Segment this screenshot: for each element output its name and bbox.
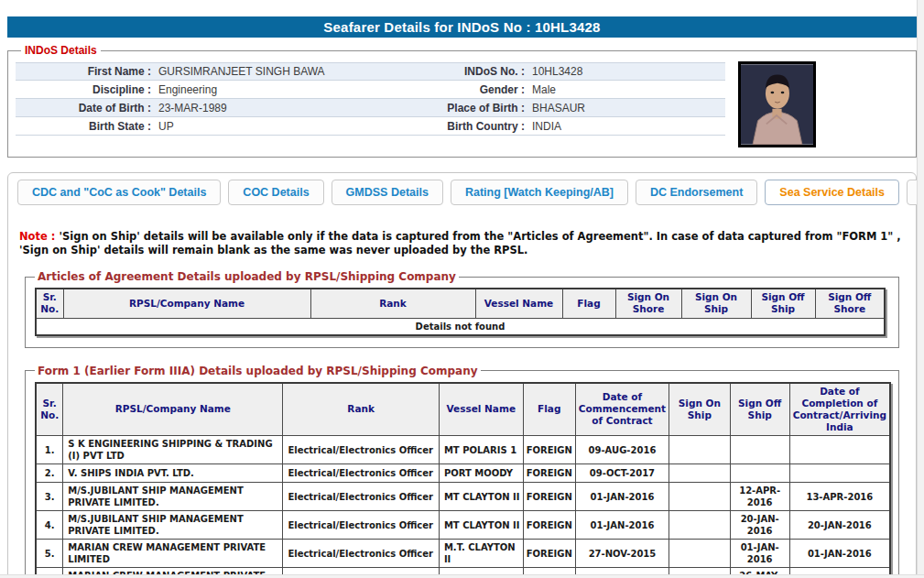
vertical-scrollbar[interactable] — [917, 0, 924, 578]
articles-empty-row: Details not found — [36, 318, 885, 335]
cell-sign-off-ship — [730, 436, 789, 464]
cell-srno: 2. — [36, 464, 63, 483]
table-row: 1. S K ENGINEERING SHIPPING & TRADING (I… — [36, 436, 890, 464]
dob-value: 23-MAR-1989 — [151, 102, 387, 115]
cell-sign-on-ship — [669, 483, 731, 511]
table-row: 4. M/S.JUBILANT SHIP MANAGEMENT PRIVATE … — [36, 511, 890, 540]
cell-company: V. SHIPS INDIA PVT. LTD. — [63, 464, 283, 483]
articles-col-sign-on-ship: Sign On Ship — [681, 289, 751, 318]
cell-srno: 5. — [36, 540, 63, 568]
indos-row-2: Discipline : Engineering Gender : Male — [16, 81, 725, 99]
cell-vessel: PORT MOODY — [439, 464, 523, 483]
discipline-value: Engineering — [151, 83, 387, 96]
cell-vessel: MT POLARIS 1 — [439, 436, 523, 464]
gender-value: Male — [525, 83, 725, 96]
cell-sign-on-ship — [669, 511, 731, 540]
cell-vessel: M.T. CLAYTON II — [439, 540, 523, 568]
cell-company: S K ENGINEERING SHIPPING & TRADING (I) P… — [63, 436, 283, 464]
cell-sign-on-ship — [669, 436, 731, 464]
tab-cdc-coc-cook[interactable]: CDC and "CoC as Cook" Details — [17, 180, 221, 205]
cell-rank: Electrical/Electronics Officer — [283, 511, 440, 540]
cell-completion: 13-APR-2016 — [789, 483, 890, 511]
articles-col-sign-off-shore: Sign Off Shore — [815, 289, 885, 318]
cell-sign-off-ship: 20-JAN-2016 — [730, 511, 789, 540]
birth-country-label: Birth Country : — [387, 120, 525, 133]
cell-commencement: 27-NOV-2015 — [575, 540, 669, 568]
tab-sea-service-details-label: Sea Service Details — [779, 186, 885, 199]
seafarer-photo — [738, 61, 816, 147]
cell-flag: FOREIGN — [523, 511, 575, 540]
indos-no-value: 10HL3428 — [525, 65, 725, 78]
form1-table: Sr. No. RPSL/Company Name Rank Vessel Na… — [35, 382, 891, 578]
cell-flag: FOREIGN — [523, 483, 575, 511]
articles-of-agreement-section: Articles of Agreement Details uploaded b… — [25, 270, 899, 347]
page: Seafarer Details for INDoS No : 10HL3428… — [0, 0, 924, 578]
page-title-text: Seafarer Details for INDoS No : 10HL3428 — [323, 19, 600, 35]
indos-row-4: Birth State : UP Birth Country : INDIA — [16, 117, 725, 136]
cell-sign-off-ship: 01-JAN-2016 — [730, 540, 789, 568]
articles-col-rank: Rank — [310, 289, 475, 318]
note-text: 'Sign on Ship' details will be available… — [19, 230, 901, 256]
articles-col-flag: Flag — [562, 289, 615, 318]
indos-row-3: Date of Birth : 23-MAR-1989 Place of Bir… — [16, 99, 725, 117]
articles-of-agreement-legend: Articles of Agreement Details uploaded b… — [35, 270, 459, 283]
cell-commencement: 09-OCT-2017 — [575, 464, 669, 483]
indos-no-label: INDoS No. : — [387, 65, 525, 78]
table-row: 5. MARIAN CREW MANAGEMENT PRIVATE LIMITE… — [36, 540, 890, 568]
cell-flag: FOREIGN — [523, 464, 575, 483]
tab-content-panel: CDC and "CoC as Cook" Details COC Detail… — [7, 172, 917, 578]
table-row: 2. V. SHIPS INDIA PVT. LTD. Electrical/E… — [36, 464, 890, 483]
cell-completion — [789, 436, 890, 464]
cell-sign-off-ship — [730, 464, 789, 483]
articles-col-company: RPSL/Company Name — [63, 289, 310, 318]
discipline-label: Discipline : — [16, 83, 151, 96]
articles-col-srno: Sr. No. — [36, 289, 63, 318]
indos-fields: First Name : GURSIMRANJEET SINGH BAWA IN… — [16, 62, 725, 136]
form1-col-flag: Flag — [523, 383, 575, 436]
cell-commencement: 09-AUG-2016 — [575, 436, 669, 464]
tab-bar: CDC and "CoC as Cook" Details COC Detail… — [8, 173, 916, 205]
cell-vessel: MT CLAYTON II — [439, 511, 523, 540]
articles-of-agreement-table: Sr. No. RPSL/Company Name Rank Vessel Na… — [35, 288, 886, 335]
cell-company: MARIAN CREW MANAGEMENT PRIVATE LIMITED — [63, 540, 283, 568]
cell-rank: Electrical/Electronics Officer — [283, 464, 440, 483]
form1-col-completion: Date of Completion of Contract/Arriving … — [789, 383, 890, 436]
place-of-birth-value: BHASAUR — [525, 102, 725, 115]
gender-label: Gender : — [387, 83, 525, 96]
tab-rating-watchkeeping[interactable]: Rating [Watch Keeping/AB] — [451, 180, 628, 205]
form1-col-rank: Rank — [283, 383, 440, 436]
page-title: Seafarer Details for INDoS No : 10HL3428 — [7, 16, 917, 38]
cell-commencement: 01-JAN-2016 — [575, 511, 669, 540]
cell-company: M/S.JUBILANT SHIP MANAGEMENT PRIVATE LIM… — [63, 483, 283, 511]
dob-label: Date of Birth : — [16, 102, 151, 115]
tab-sea-service-details[interactable]: Sea Service Details — [765, 180, 899, 205]
cell-completion — [789, 464, 890, 483]
form1-col-commencement: Date of Commencement of Contract — [575, 383, 669, 436]
sign-on-ship-note: Note : 'Sign on Ship' details will be av… — [19, 230, 905, 257]
form1-col-sign-off-ship: Sign Off Ship — [730, 383, 789, 436]
birth-state-value: UP — [151, 120, 387, 133]
cell-flag: FOREIGN — [523, 436, 575, 464]
seafarer-photo-image — [738, 61, 816, 147]
details-not-found-message: Details not found — [36, 318, 885, 335]
note-prefix: Note : — [19, 230, 55, 243]
cell-rank: Electrical/Electronics Officer — [283, 483, 440, 511]
form1-header-row: Sr. No. RPSL/Company Name Rank Vessel Na… — [36, 383, 890, 436]
horizontal-scrollbar[interactable] — [0, 574, 924, 578]
tab-coc-details[interactable]: COC Details — [228, 180, 323, 205]
cell-rank: Electrical/Electronics Officer — [283, 436, 440, 464]
tab-gmdss-details[interactable]: GMDSS Details — [332, 180, 443, 205]
first-name-label: First Name : — [16, 65, 151, 78]
form1-col-vessel: Vessel Name — [439, 383, 523, 436]
tab-dc-endorsement[interactable]: DC Endorsement — [636, 180, 757, 205]
form1-col-company: RPSL/Company Name — [63, 383, 283, 436]
birth-state-label: Birth State : — [16, 120, 151, 133]
cell-commencement: 01-JAN-2016 — [575, 483, 669, 511]
articles-col-sign-on-shore: Sign On Shore — [615, 289, 681, 318]
tab-coc-details-label: COC Details — [243, 186, 309, 199]
birth-country-value: INDIA — [525, 120, 725, 133]
cell-sign-off-ship: 12-APR-2016 — [730, 483, 789, 511]
tab-gmdss-details-label: GMDSS Details — [346, 186, 429, 199]
cell-completion: 01-JAN-2016 — [789, 540, 890, 568]
first-name-value: GURSIMRANJEET SINGH BAWA — [151, 65, 387, 78]
